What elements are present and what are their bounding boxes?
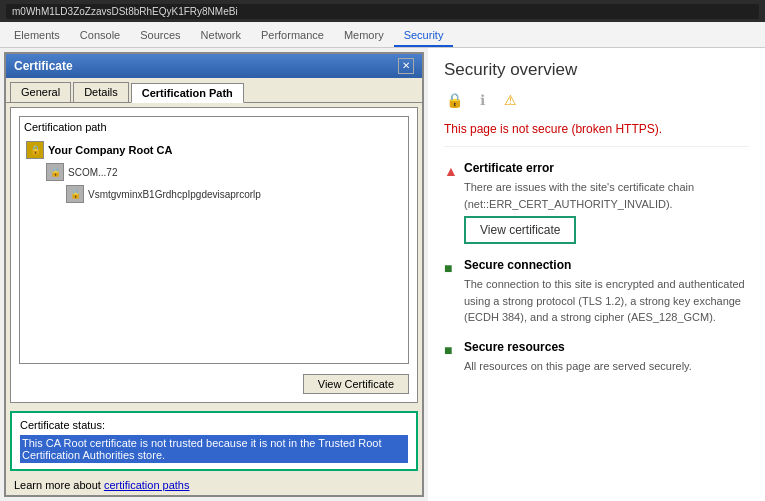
certification-paths-link[interactable]: certification paths — [104, 479, 190, 491]
tab-security[interactable]: Security — [394, 25, 454, 47]
cert-learn-more: Learn more about certification paths — [6, 475, 422, 495]
cert-error-title: Certificate error — [464, 161, 749, 175]
secure-resources-section: ■ Secure resources All resources on this… — [444, 340, 749, 375]
cert-tree-child2: 🔒 VsmtgvminxB1GrdhcpIpgdevisaprcorlp — [66, 183, 402, 205]
security-icons-row: 🔒 ℹ ⚠ — [444, 90, 749, 110]
warning-icon: ⚠ — [500, 90, 520, 110]
cert-root-icon: 🔒 — [26, 141, 44, 159]
cert-child2-item[interactable]: 🔒 VsmtgvminxB1GrdhcpIpgdevisaprcorlp — [66, 183, 402, 205]
secure-resources-title: Secure resources — [464, 340, 749, 354]
cert-child1-item[interactable]: 🔒 SCOM...72 — [46, 161, 402, 183]
certificate-dialog: Certificate ✕ General Details Certificat… — [4, 52, 424, 497]
cert-tree: 🔒 Your Company Root CA 🔒 SCOM...72 🔒 — [24, 137, 404, 207]
green-square-2-icon: ■ — [444, 342, 452, 358]
lock-icon: 🔒 — [444, 90, 464, 110]
cert-error-content: Certificate error There are issues with … — [464, 161, 749, 244]
secure-connection-title: Secure connection — [464, 258, 749, 272]
secure-connection-content: Secure connection The connection to this… — [464, 258, 749, 326]
security-panel: Security overview 🔒 ℹ ⚠ This page is not… — [428, 48, 765, 501]
cert-body: Certification path 🔒 Your Company Root C… — [10, 107, 418, 403]
secure-connection-body: The connection to this site is encrypted… — [464, 276, 749, 326]
cert-tab-details[interactable]: Details — [73, 82, 129, 102]
url-bar[interactable]: m0WhM1LD3ZoZzavsDSt8bRhEQyK1FRy8NMeBi — [6, 4, 759, 19]
cert-tab-general[interactable]: General — [10, 82, 71, 102]
cert-path-label: Certification path — [24, 121, 404, 133]
cert-child1-name: SCOM...72 — [68, 167, 117, 178]
cert-status-label: Certificate status: — [20, 419, 408, 431]
cert-titlebar: Certificate ✕ — [6, 54, 422, 78]
cert-tree-root[interactable]: 🔒 Your Company Root CA — [26, 139, 402, 161]
cert-tree-child1: 🔒 SCOM...72 🔒 VsmtgvminxB1GrdhcpIpgdevis… — [46, 161, 402, 205]
tab-elements[interactable]: Elements — [4, 25, 70, 47]
secure-resources-icon: ■ — [444, 340, 464, 375]
tab-console[interactable]: Console — [70, 25, 130, 47]
tab-performance[interactable]: Performance — [251, 25, 334, 47]
cert-error-body: There are issues with the site's certifi… — [464, 179, 749, 212]
cert-child2-name: VsmtgvminxB1GrdhcpIpgdevisaprcorlp — [88, 189, 261, 200]
devtools-tabbar: Elements Console Sources Network Perform… — [0, 22, 765, 48]
cert-child1-icon: 🔒 — [46, 163, 64, 181]
warning-triangle-icon: ▲ — [444, 163, 458, 179]
green-square-icon: ■ — [444, 260, 452, 276]
main-content: Certificate ✕ General Details Certificat… — [0, 48, 765, 501]
browser-bar: m0WhM1LD3ZoZzavsDSt8bRhEQyK1FRy8NMeBi — [0, 0, 765, 22]
cert-error-icon: ▲ — [444, 161, 464, 244]
broken-https-text: This page is not secure (broken HTTPS). — [444, 122, 749, 147]
cert-tabs: General Details Certification Path — [6, 78, 422, 103]
info-icon: ℹ — [472, 90, 492, 110]
learn-more-text: Learn more about — [14, 479, 104, 491]
cert-tab-certpath[interactable]: Certification Path — [131, 83, 244, 103]
cert-root-name: Your Company Root CA — [48, 144, 172, 156]
cert-child2-icon: 🔒 — [66, 185, 84, 203]
secure-resources-content: Secure resources All resources on this p… — [464, 340, 749, 375]
tab-network[interactable]: Network — [191, 25, 251, 47]
cert-title: Certificate — [14, 59, 73, 73]
cert-error-section: ▲ Certificate error There are issues wit… — [444, 161, 749, 244]
secure-connection-icon: ■ — [444, 258, 464, 326]
view-certificate-security-button[interactable]: View certificate — [464, 216, 576, 244]
view-certificate-button[interactable]: View Certificate — [303, 374, 409, 394]
tab-sources[interactable]: Sources — [130, 25, 190, 47]
cert-path-box: Certification path 🔒 Your Company Root C… — [19, 116, 409, 364]
cert-status-section: Certificate status: This CA Root certifi… — [10, 411, 418, 471]
cert-status-text: This CA Root certificate is not trusted … — [20, 435, 408, 463]
secure-resources-body: All resources on this page are served se… — [464, 358, 749, 375]
security-panel-title: Security overview — [444, 60, 749, 80]
cert-close-button[interactable]: ✕ — [398, 58, 414, 74]
secure-connection-section: ■ Secure connection The connection to th… — [444, 258, 749, 326]
tab-memory[interactable]: Memory — [334, 25, 394, 47]
